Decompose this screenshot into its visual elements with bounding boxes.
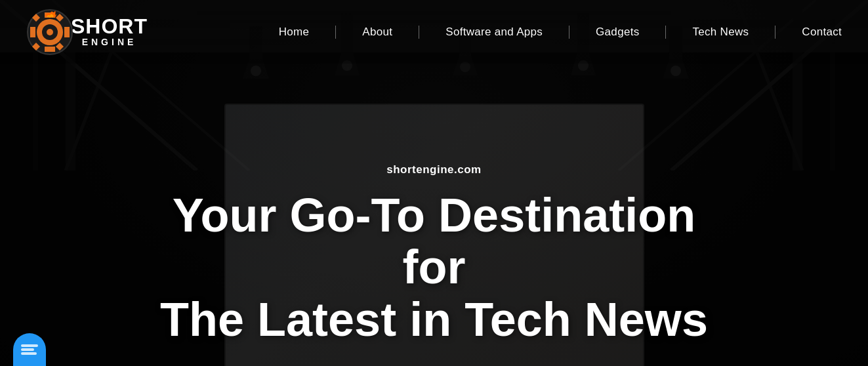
svg-point-33: [47, 29, 53, 35]
nav-divider-4: [665, 26, 666, 39]
nav-divider-2: [419, 26, 419, 39]
hero-headline-line2: The Latest in Tech News: [160, 293, 708, 346]
logo-text-area: SHORT ENGINE: [71, 16, 148, 48]
logo-icon: [26, 9, 73, 56]
hero-site-url: shortengine.com: [386, 163, 481, 176]
nav-item-gadgets[interactable]: Gadgets: [596, 26, 639, 39]
logo-short: SHORT: [71, 16, 148, 37]
svg-rect-36: [21, 352, 37, 355]
nav-link-home[interactable]: Home: [279, 26, 310, 38]
nav-divider-3: [569, 26, 569, 39]
nav-item-home[interactable]: Home: [279, 26, 310, 39]
nav-divider-5: [775, 26, 775, 39]
nav-item-software[interactable]: Software and Apps: [445, 26, 543, 39]
nav-link-about[interactable]: About: [362, 26, 392, 38]
nav-item-technews[interactable]: Tech News: [692, 26, 749, 39]
hero-section: SHORT ENGINE Home About Software and App…: [0, 0, 868, 366]
nav-link-gadgets[interactable]: Gadgets: [596, 26, 639, 38]
svg-rect-34: [21, 344, 38, 347]
navbar: SHORT ENGINE Home About Software and App…: [0, 0, 868, 64]
svg-rect-35: [21, 348, 34, 351]
nav-link-software[interactable]: Software and Apps: [445, 26, 543, 38]
hero-headline: Your Go-To Destination for The Latest in…: [139, 190, 730, 346]
nav-item-contact[interactable]: Contact: [802, 26, 842, 39]
logo-area[interactable]: SHORT ENGINE: [26, 9, 148, 56]
logo-engine: ENGINE: [71, 37, 148, 48]
logo-gear-svg: [26, 9, 73, 56]
nav-item-about[interactable]: About: [362, 26, 392, 39]
nav-divider-1: [335, 26, 336, 39]
bottom-icon-svg: [20, 343, 39, 356]
hero-headline-line1: Your Go-To Destination for: [173, 189, 695, 293]
hero-content: shortengine.com Your Go-To Destination f…: [0, 143, 868, 366]
nav-link-technews[interactable]: Tech News: [692, 26, 749, 38]
nav-menu: Home About Software and Apps Gadgets Tec…: [279, 26, 842, 39]
bottom-icon: [13, 333, 46, 366]
nav-link-contact[interactable]: Contact: [802, 26, 842, 38]
